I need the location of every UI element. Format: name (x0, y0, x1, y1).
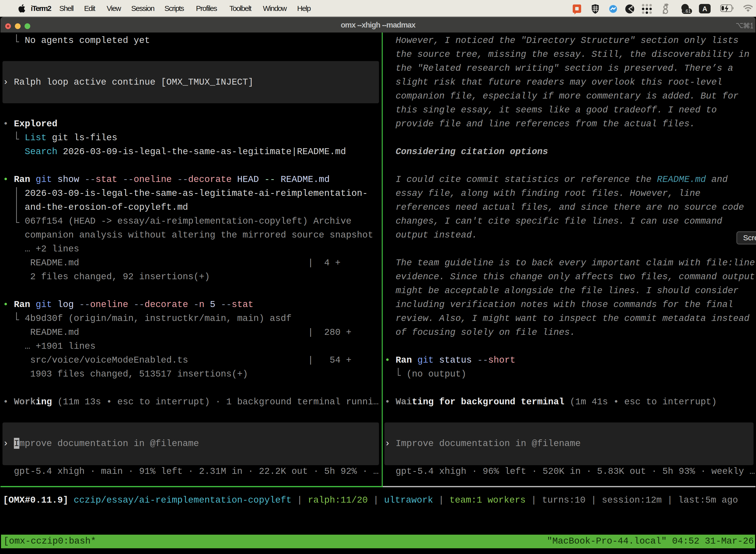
svg-text:A: A (702, 5, 707, 13)
svg-text:..61: ..61 (683, 8, 691, 14)
